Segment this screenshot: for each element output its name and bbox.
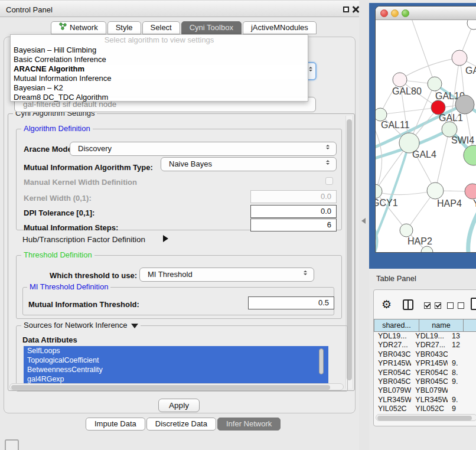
dropdown-item[interactable]: Bayesian – K2 [11,83,308,93]
mi-threshold-group-title: MI Threshold Definition [27,283,110,291]
table-row[interactable]: YDR27...YDR27...12 [374,341,476,350]
combo-spinner-icon [325,160,331,165]
aracne-mode-combo[interactable]: Discovery [70,142,337,156]
dropdown-item[interactable]: Basic Correlation Inference [11,55,308,64]
attributes-list-scrollbar[interactable] [319,348,324,374]
table-row[interactable]: YPR145WYPR145W9. [374,359,476,368]
table-cell: YDR27... [374,341,411,350]
mi-threshold-field[interactable]: 0.5 [248,296,334,309]
network-view-panel: GALGAL80GAL10GAL1GAL11SWI4GAL4GCY1HAP4YH… [369,3,476,269]
collapse-triangle-icon [131,324,138,328]
columns-icon[interactable] [403,299,413,310]
control-panel-tabbar: NetworkStyleSelectCyni ToolboxjActiveMNo… [51,21,318,34]
sources-group-title[interactable]: Sources for Network Inference [21,321,141,330]
mi-algorithm-type-combo[interactable]: Naive Bayes [161,157,337,171]
table-cell: YPR145W [411,359,448,368]
network-nodes[interactable]: GALGAL80GAL10GAL1GAL11SWI4GAL4GCY1HAP4YH… [376,20,476,253]
table-cell: 9 [448,405,476,413]
attribute-list-item[interactable]: TopologicalCoefficient [24,356,328,365]
checkbox-empty-icon[interactable] [447,302,454,309]
combo-spinner-icon [302,270,308,275]
cyni-bottom-tabbar: Impute DataDiscretize DataInfer Network [86,418,282,431]
tab-select[interactable]: Select [142,21,180,34]
table-cell: 9. [448,377,476,386]
tab-jactivemnodules[interactable]: jActiveMNodules [243,21,317,34]
node-label: GAL4 [412,149,436,159]
node-label: GAL11 [381,120,410,130]
node-label: Y [473,198,476,208]
network-node[interactable] [455,95,474,114]
hub-definition-label[interactable]: Hub/Transcription Factor Definition [22,235,145,244]
network-node[interactable] [467,20,476,30]
network-window-titlebar[interactable] [376,6,476,20]
table-cell: YER054C [411,369,448,377]
tab-impute-data[interactable]: Impute Data [86,418,145,431]
splitter-collapse-icon[interactable] [361,218,366,224]
tab-cyni-toolbox[interactable]: Cyni Toolbox [181,21,242,34]
dropdown-item[interactable]: Mutual Information Inference [11,74,308,83]
node-label: GAL1 [439,113,463,123]
network-node-gcy1[interactable] [376,184,382,198]
column-header[interactable]: A [464,319,476,332]
tab-network[interactable]: Network [51,21,106,34]
expand-triangle-icon[interactable] [163,235,168,242]
table-row[interactable]: YIL052CYIL052C9 [374,405,476,413]
data-attributes-label: Data Attributes [22,335,77,344]
table-cell: YBL079W [374,386,411,395]
network-node-gal80[interactable] [393,73,407,87]
dropdown-item[interactable]: Bayesian – Hill Climbing [11,45,308,55]
table-row[interactable]: YDL19...YDL19...13 [374,332,476,341]
apply-button[interactable]: Apply [158,399,200,412]
column-header[interactable]: shared... [374,319,419,332]
kernel-width-field[interactable]: 0.0 [250,190,337,203]
attribute-list-item[interactable]: gal4RGexp [24,374,328,384]
table-cell: YIL052C [374,405,411,413]
attribute-list-item[interactable]: BetweennessCentrality [24,365,328,374]
network-node-hap2[interactable] [400,224,413,237]
table-row[interactable]: YER054CYER054C8. [374,369,476,377]
tab-label: Select [151,22,172,34]
tab-label: jActiveMNodules [251,22,308,34]
network-node-gal[interactable] [452,50,467,66]
gear-icon[interactable]: ⚙ [382,298,392,311]
table-cell: YDL19... [374,332,411,341]
network-node-y[interactable] [465,184,476,199]
network-canvas[interactable]: GALGAL80GAL10GAL1GAL11SWI4GAL4GCY1HAP4YH… [376,20,476,253]
network-node-gal10[interactable] [428,77,442,91]
network-window[interactable]: GALGAL80GAL10GAL1GAL11SWI4GAL4GCY1HAP4YH… [375,6,476,253]
table-cell: 13 [448,332,476,341]
manual-kernel-width-checkbox[interactable] [325,177,333,185]
attribute-list-item[interactable]: SelfLoops [24,346,328,356]
minimize-traffic-light-icon[interactable] [391,9,399,17]
table-row[interactable]: YBR045CYBR045C9. [374,377,476,386]
tab-infer-network[interactable]: Infer Network [217,418,281,431]
dropdown-placeholder: Select algorithm to view settings [11,35,308,45]
close-traffic-light-icon[interactable] [380,9,388,17]
table-row[interactable]: YBR043CYBR043C [374,350,476,359]
table-row[interactable]: YBL079WYBL079W [374,386,476,395]
mi-steps-field[interactable]: 6 [250,219,337,231]
checkbox-checked-icon[interactable] [435,302,441,309]
dpi-tolerance-field[interactable]: 0.0 [250,205,337,218]
table-cell: 12 [448,341,476,350]
column-header[interactable]: name [419,319,464,332]
which-threshold-combo[interactable]: MI Threshold [139,268,314,282]
zoom-traffic-light-icon[interactable] [402,9,409,17]
dropdown-item[interactable]: Dream8 DC_TDC Algorithm [11,93,308,102]
settings-horizontal-scrollbar[interactable] [9,383,344,390]
float-window-icon[interactable] [343,6,349,12]
tab-style[interactable]: Style [107,21,141,34]
table-horizontal-scrollbar[interactable] [376,414,476,421]
table-cell: YBR045C [374,377,411,386]
close-icon[interactable] [352,6,359,13]
file-icon[interactable] [471,298,476,310]
checkbox-checked-icon[interactable] [424,302,431,309]
dropdown-item[interactable]: ARACNE Algorithm [11,64,308,74]
table-cell: YPR145W [374,359,411,368]
task-monitor-button[interactable] [5,439,19,450]
network-node-hap4[interactable] [427,182,444,199]
tab-discretize-data[interactable]: Discretize Data [146,418,216,431]
network-node-gal11[interactable] [376,108,387,121]
checkbox-empty-icon[interactable] [458,302,464,309]
table-row[interactable]: YLR345WYLR345W9. [374,396,476,405]
